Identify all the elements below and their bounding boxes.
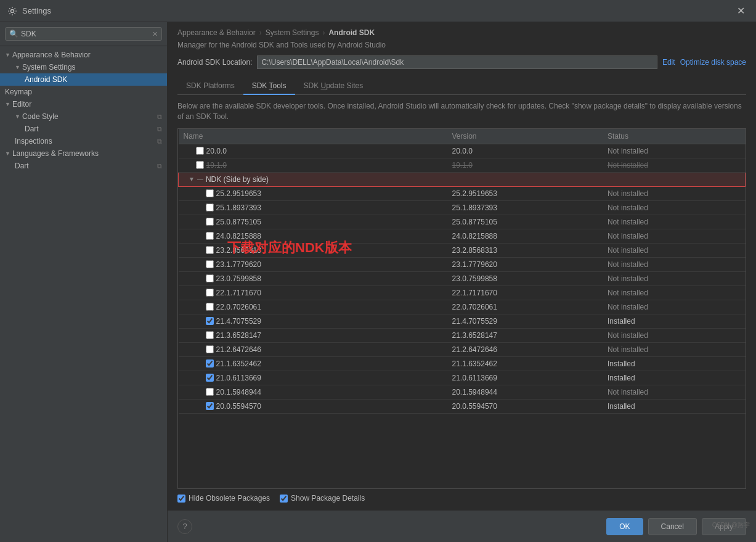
row-name: 25.0.8775105 bbox=[179, 215, 447, 229]
row-checkbox[interactable] bbox=[206, 359, 214, 367]
window-title: Settings bbox=[22, 6, 733, 15]
expand-icon: ▼ bbox=[5, 101, 10, 107]
sidebar-item-appearance-behavior[interactable]: ▼ Appearance & Behavior bbox=[0, 49, 167, 61]
clear-icon[interactable]: ✕ bbox=[152, 30, 158, 38]
row-name: 23.2.8568313 bbox=[179, 243, 447, 257]
description: Below are the available SDK developer to… bbox=[177, 101, 746, 122]
row-version: 20.0.5594570 bbox=[447, 399, 603, 413]
breadcrumb-appearance: Appearance & Behavior bbox=[177, 28, 256, 37]
table-row: 23.2.856831323.2.8568313Not installed bbox=[179, 243, 746, 257]
row-checkbox[interactable] bbox=[206, 289, 214, 297]
row-version: 22.1.7171670 bbox=[447, 285, 603, 300]
table-row: 21.2.647264621.2.6472646Not installed bbox=[179, 342, 746, 356]
row-name: 20.0.5594570 bbox=[179, 399, 447, 413]
tab-label: SDK Platforms bbox=[186, 81, 235, 90]
sidebar-item-languages-frameworks[interactable]: ▼ Languages & Frameworks bbox=[0, 147, 167, 160]
sidebar: 🔍 ✕ ▼ Appearance & Behavior ▼ System Set… bbox=[0, 22, 168, 542]
row-name: 21.2.6472646 bbox=[179, 342, 447, 356]
tab-sdk-tools[interactable]: SDK Tools bbox=[243, 78, 295, 95]
row-version: 19.1.0 bbox=[447, 158, 603, 172]
close-button[interactable]: ✕ bbox=[733, 4, 749, 18]
sidebar-item-editor[interactable]: ▼ Editor bbox=[0, 98, 167, 110]
sidebar-item-label: Editor bbox=[12, 100, 31, 109]
edit-button[interactable]: Edit bbox=[662, 58, 675, 67]
row-status: Not installed bbox=[603, 285, 746, 300]
row-version: 22.0.7026061 bbox=[447, 300, 603, 314]
breadcrumb-android-sdk: Android SDK bbox=[328, 28, 375, 37]
row-checkbox[interactable] bbox=[206, 303, 214, 311]
row-status: Not installed bbox=[603, 271, 746, 285]
optimize-button[interactable]: Optimize disk space bbox=[680, 58, 746, 67]
expand-icon: ▼ bbox=[5, 150, 10, 157]
row-checkbox[interactable] bbox=[206, 218, 214, 226]
hide-obsolete-checkbox[interactable] bbox=[177, 495, 185, 503]
sidebar-item-code-style[interactable]: ▼ Code Style ⧉ bbox=[0, 110, 167, 123]
row-checkbox[interactable] bbox=[206, 331, 214, 339]
sidebar-item-label: Dart bbox=[25, 125, 39, 133]
row-checkbox[interactable] bbox=[196, 161, 204, 169]
tab-sdk-update-sites[interactable]: SDK Update Sites bbox=[295, 78, 372, 95]
show-details-text: Show Package Details bbox=[291, 494, 365, 503]
row-checkbox[interactable] bbox=[206, 345, 214, 353]
row-name: 22.1.7171670 bbox=[179, 285, 447, 300]
row-checkbox[interactable] bbox=[206, 374, 214, 382]
row-checkbox[interactable] bbox=[206, 246, 214, 254]
row-version: 21.1.6352462 bbox=[447, 356, 603, 371]
row-checkbox[interactable] bbox=[206, 388, 214, 396]
row-name: 24.0.8215888 bbox=[179, 229, 447, 243]
sdk-table-wrapper[interactable]: 下载对应的NDK版本 Name Version Status 20.0.020.… bbox=[177, 128, 746, 489]
sidebar-item-system-settings[interactable]: ▼ System Settings bbox=[0, 61, 167, 73]
row-checkbox[interactable] bbox=[196, 147, 204, 155]
show-details-checkbox[interactable] bbox=[280, 495, 288, 503]
row-name: 21.0.6113669 bbox=[179, 371, 447, 385]
search-input[interactable] bbox=[21, 30, 152, 38]
settings-icon bbox=[7, 6, 17, 16]
tab-sdk-platforms[interactable]: SDK Platforms bbox=[177, 78, 243, 95]
row-checkbox[interactable] bbox=[206, 274, 214, 282]
sidebar-item-label: Appearance & Behavior bbox=[12, 51, 91, 59]
row-name: 21.3.6528147 bbox=[179, 328, 447, 342]
row-version: 25.1.8937393 bbox=[447, 200, 603, 215]
sidebar-item-inspections[interactable]: Inspections ⧉ bbox=[0, 135, 167, 147]
svg-point-0 bbox=[11, 9, 14, 12]
hide-obsolete-label[interactable]: Hide Obsolete Packages bbox=[177, 494, 270, 503]
row-name: 23.1.7779620 bbox=[179, 257, 447, 271]
tab-label: SDK Update Sites bbox=[304, 81, 364, 90]
row-status: Not installed bbox=[603, 300, 746, 314]
sidebar-item-dart-code-style[interactable]: Dart ⧉ bbox=[0, 123, 167, 135]
sdk-location-input[interactable] bbox=[257, 55, 657, 69]
ndk-header-name: ▼—NDK (Side by side) bbox=[179, 172, 447, 186]
row-name: 19.1.0 bbox=[179, 158, 447, 172]
table-header-row: Name Version Status bbox=[179, 129, 746, 144]
row-status: Installed bbox=[603, 371, 746, 385]
search-wrapper[interactable]: 🔍 ✕ bbox=[5, 27, 162, 41]
row-checkbox[interactable] bbox=[206, 260, 214, 268]
sidebar-item-dart-lang[interactable]: Dart ⧉ bbox=[0, 160, 167, 172]
table-row: 22.1.717167022.1.7171670Not installed bbox=[179, 285, 746, 300]
sidebar-item-keymap[interactable]: Keymap bbox=[0, 86, 167, 98]
row-checkbox[interactable] bbox=[206, 189, 214, 197]
row-status: Not installed bbox=[603, 144, 746, 158]
sidebar-item-android-sdk[interactable]: Android SDK bbox=[0, 73, 167, 86]
table-row: ▼—NDK (Side by side) bbox=[179, 172, 746, 186]
ok-button[interactable]: OK bbox=[606, 518, 643, 535]
col-status: Status bbox=[603, 129, 746, 144]
table-row: 23.1.777962023.1.7779620Not installed bbox=[179, 257, 746, 271]
row-checkbox[interactable] bbox=[206, 402, 214, 410]
row-status: Not installed bbox=[603, 229, 746, 243]
sdk-location-row: Android SDK Location: Edit Optimize disk… bbox=[177, 55, 746, 69]
show-details-label[interactable]: Show Package Details bbox=[280, 494, 365, 503]
cancel-button[interactable]: Cancel bbox=[648, 518, 697, 535]
help-button[interactable]: ? bbox=[177, 519, 192, 534]
sdk-location-label: Android SDK Location: bbox=[177, 58, 252, 67]
breadcrumb-sep-1: › bbox=[259, 28, 262, 37]
footer: ? OK Cancel Apply bbox=[168, 510, 756, 542]
row-version: 21.2.6472646 bbox=[447, 342, 603, 356]
row-checkbox[interactable] bbox=[206, 203, 214, 211]
row-version: 25.2.9519653 bbox=[447, 186, 603, 200]
row-checkbox[interactable] bbox=[206, 317, 214, 325]
expand-icon: ▼ bbox=[5, 52, 10, 58]
row-version: 23.2.8568313 bbox=[447, 243, 603, 257]
breadcrumb-system-settings: System Settings bbox=[266, 28, 319, 37]
row-checkbox[interactable] bbox=[206, 232, 214, 240]
